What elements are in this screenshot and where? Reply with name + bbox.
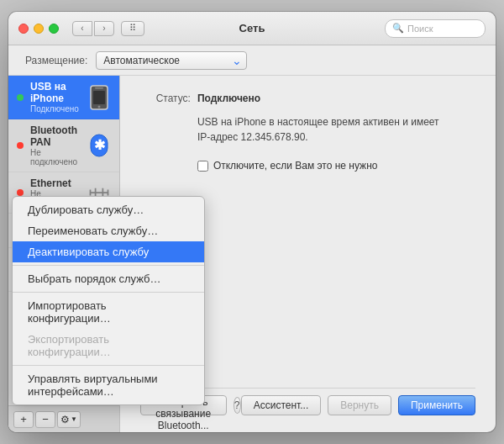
item-name-bt: Bluetooth PAN xyxy=(30,124,81,148)
checkbox-row: Отключите, если Вам это не нужно xyxy=(197,160,475,172)
grid-button[interactable]: ⠿ xyxy=(121,21,144,36)
iphone-icon xyxy=(87,86,111,109)
titlebar: ‹ › ⠿ Сеть 🔍 Поиск xyxy=(8,12,496,45)
sidebar: USB на iPhone Подключено xyxy=(8,76,120,432)
search-box[interactable]: 🔍 Поиск xyxy=(385,19,486,38)
menu-item-deactivate[interactable]: Деактивировать службу xyxy=(13,241,204,262)
item-name-usb: USB на iPhone xyxy=(30,81,81,104)
close-button[interactable] xyxy=(18,24,29,34)
placement-toolbar: Размещение: Автоматическое ⌄ xyxy=(8,45,496,76)
assistant-button[interactable]: Ассистент... xyxy=(241,395,322,415)
status-value: Подключено xyxy=(197,92,260,104)
gear-icon: ⚙ xyxy=(60,414,70,426)
window-title: Сеть xyxy=(239,22,265,34)
revert-button: Вернуть xyxy=(328,395,391,415)
item-status-bt: Не подключено xyxy=(30,148,81,166)
status-label: Статус: xyxy=(140,92,191,104)
status-row: Статус: Подключено xyxy=(140,92,475,104)
menu-item-virtual[interactable]: Управлять виртуальными интерфейсами… xyxy=(13,368,204,402)
main-content: USB на iPhone Подключено xyxy=(8,76,496,432)
forward-button[interactable]: › xyxy=(94,21,114,36)
apply-button[interactable]: Применить xyxy=(398,395,475,415)
status-description: USB на iPhone в настоящее время активен … xyxy=(197,114,475,145)
maximize-button[interactable] xyxy=(49,24,59,34)
svg-rect-1 xyxy=(95,87,103,89)
add-service-button[interactable]: + xyxy=(13,411,34,428)
context-menu: Дублировать службу… Переименовать службу… xyxy=(12,196,205,405)
sidebar-item-bluetooth[interactable]: Bluetooth PAN Не подключено ✱ xyxy=(8,119,119,172)
menu-item-duplicate[interactable]: Дублировать службу… xyxy=(13,199,204,220)
minimize-button[interactable] xyxy=(34,24,44,34)
svg-rect-2 xyxy=(93,91,105,104)
status-dot-green xyxy=(17,94,24,101)
help-button[interactable]: ? xyxy=(234,397,241,414)
svg-text:✱: ✱ xyxy=(93,138,105,152)
item-status-usb: Подключено xyxy=(30,104,81,114)
checkbox-label: Отключите, если Вам это не нужно xyxy=(213,160,378,172)
sidebar-item-usb-iphone[interactable]: USB на iPhone Подключено xyxy=(8,76,119,119)
search-icon: 🔍 xyxy=(392,23,404,34)
placement-select[interactable]: Автоматическое xyxy=(96,51,247,70)
menu-divider-2 xyxy=(13,292,204,293)
item-info-usb: USB на iPhone Подключено xyxy=(30,81,81,114)
item-info-bt: Bluetooth PAN Не подключено xyxy=(30,124,81,166)
disable-checkbox[interactable] xyxy=(197,161,208,172)
menu-divider-1 xyxy=(13,265,204,266)
status-dot-red-bt xyxy=(17,142,24,149)
svg-point-3 xyxy=(97,105,100,108)
menu-item-import[interactable]: Импортировать конфигурации… xyxy=(13,295,204,329)
remove-service-button[interactable]: − xyxy=(35,411,55,428)
menu-item-export: Экспортировать конфигурации… xyxy=(13,329,204,362)
status-dot-red-eth xyxy=(17,189,24,196)
bottom-right-actions: Ассистент... Вернуть Применить xyxy=(241,395,475,415)
main-window: ‹ › ⠿ Сеть 🔍 Поиск Размещение: Автоматич… xyxy=(8,12,496,432)
nav-buttons: ‹ › xyxy=(72,21,114,36)
bluetooth-icon: ✱ xyxy=(87,134,111,157)
chevron-tiny-icon: ▼ xyxy=(71,415,77,423)
search-placeholder: Поиск xyxy=(407,24,433,34)
gear-button[interactable]: ⚙ ▼ xyxy=(57,411,81,428)
sidebar-toolbar: + − ⚙ ▼ Дублировать службу… Переименоват… xyxy=(8,405,119,432)
menu-item-rename[interactable]: Переименовать службу… xyxy=(13,220,204,241)
traffic-lights xyxy=(18,24,59,34)
placement-select-wrapper[interactable]: Автоматическое ⌄ xyxy=(96,51,247,70)
menu-divider-3 xyxy=(13,365,204,366)
menu-item-order[interactable]: Выбрать порядок служб… xyxy=(13,268,204,289)
placement-label: Размещение: xyxy=(25,55,87,66)
item-name-eth: Ethernet xyxy=(30,177,81,189)
back-button[interactable]: ‹ xyxy=(72,21,92,36)
